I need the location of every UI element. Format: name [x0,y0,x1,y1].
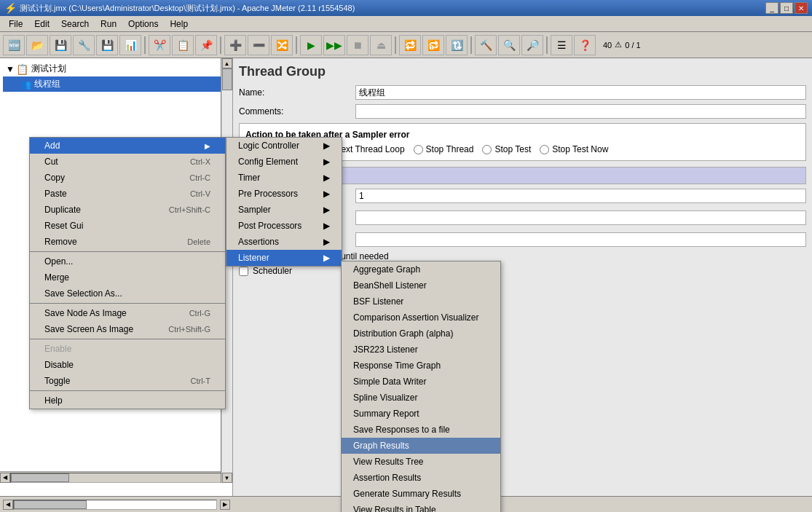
open-btn[interactable]: 📂 [26,35,48,55]
vscroll-thumb[interactable] [222,68,232,90]
ctx-help[interactable]: Help [30,393,225,409]
menu-search[interactable]: Search [55,17,95,31]
menu-options[interactable]: Options [122,17,164,31]
ctx-cut[interactable]: Cut Ctrl-X [30,154,225,170]
hscroll-thumb[interactable] [11,473,69,482]
menu-run[interactable]: Run [95,17,122,31]
ctx-save-node-image-label: Save Node As Image [44,308,127,318]
collapse-btn[interactable]: ➖ [248,35,269,55]
copy-btn[interactable]: 📋 [172,35,194,55]
listener-save-responses[interactable]: Save Responses to a file [342,422,500,438]
action-stop-test-now[interactable]: Stop Test Now [540,144,608,154]
ctx-save-screen-image[interactable]: Save Screen As Image Ctrl+Shift-G [30,321,225,337]
ctx-duplicate-shortcut: Ctrl+Shift-C [169,205,210,214]
status-scroll-left[interactable]: ◀ [3,500,13,510]
ctx-save-node-image[interactable]: Save Node As Image Ctrl-G [30,305,225,321]
scroll-left-btn[interactable]: ◀ [0,473,10,483]
status-scroll-thumb[interactable] [14,500,87,509]
sub-listener-arrow: ▶ [323,253,330,263]
listener-view-results-tree[interactable]: View Results Tree [342,454,500,470]
listener-view-results-table[interactable]: View Results in Table [342,502,500,512]
ctx-reset-gui[interactable]: Reset Gui [30,218,225,234]
list-btn[interactable]: ☰ [551,35,572,55]
listener-simple-data-writer[interactable]: Simple Data Writer [342,374,500,390]
run-single-btn[interactable]: 🔂 [422,35,444,55]
close-btn[interactable]: ✕ [795,2,808,14]
sub-config-element[interactable]: Config Element ▶ [226,154,342,170]
save2-btn[interactable]: 💾 [96,35,118,55]
ctx-open[interactable]: Open... [30,253,225,269]
func-btn[interactable]: 🔨 [475,35,497,55]
sep3 [296,36,297,54]
ctx-merge-label: Merge [44,272,69,283]
menu-file[interactable]: File [3,17,28,31]
ctx-reset-gui-label: Reset Gui [44,221,83,231]
tree-node-thread[interactable]: 👥 线程组 [3,76,229,92]
sub-logic-controller[interactable]: Logic Controller ▶ [226,138,342,154]
sub-sampler[interactable]: Sampler ▶ [226,202,342,218]
start-btn[interactable]: ▶ [300,35,322,55]
stop-btn[interactable]: ⏹ [347,35,368,55]
ctx-disable[interactable]: Disable [30,357,225,373]
shutdown-btn[interactable]: ⏏ [370,35,392,55]
comments-input[interactable] [355,104,806,119]
clear-btn[interactable]: 🔃 [446,35,468,55]
report-btn[interactable]: 📊 [119,35,141,55]
menu-help[interactable]: Help [164,17,194,31]
listener-generate-summary[interactable]: Generate Summary Results [342,486,500,502]
listener-comparison[interactable]: Comparison Assertion Visualizer [342,310,500,326]
toggle-btn[interactable]: 🔀 [271,35,293,55]
loop-count-input[interactable] [355,232,806,247]
sub-assertions[interactable]: Assertions ▶ [226,234,342,250]
listener-graph-results[interactable]: Graph Results [342,438,500,454]
action-stop-thread[interactable]: Stop Thread [414,144,474,154]
status-scroll-right[interactable]: ▶ [220,500,230,510]
listener-response-time[interactable]: Response Time Graph [342,358,500,374]
run-btn[interactable]: 🔁 [399,35,421,55]
ctx-merge[interactable]: Merge [30,269,225,285]
ctx-toggle[interactable]: Toggle Ctrl-T [30,373,225,389]
vscroll-up-btn[interactable]: ▲ [222,58,232,68]
listener-assertion-results[interactable]: Assertion Results [342,470,500,486]
sub-post-processors[interactable]: Post Processors ▶ [226,218,342,234]
listener-distribution-graph[interactable]: Distribution Graph (alpha) [342,326,500,342]
scheduler-checkbox[interactable] [239,267,248,276]
action-stop-test[interactable]: Stop Test [482,144,531,154]
search-btn[interactable]: 🔍 [498,35,520,55]
listener-bsf[interactable]: BSF Listener [342,294,500,310]
vscroll-down-btn[interactable]: ▼ [222,473,232,483]
ctx-add[interactable]: Add ▶ [30,138,225,154]
ctx-copy[interactable]: Copy Ctrl-C [30,170,225,186]
minimize-btn[interactable]: _ [765,2,779,14]
listener-aggregate-graph[interactable]: Aggregate Graph [342,261,500,277]
status-scroll-track[interactable] [13,500,217,510]
ramp-up-input[interactable] [355,210,806,225]
maximize-btn[interactable]: □ [780,2,793,14]
start-no-pause-btn[interactable]: ▶▶ [323,35,345,55]
clear-search-btn[interactable]: 🔎 [521,35,543,55]
sub-timer[interactable]: Timer ▶ [226,170,342,186]
ctx-save-selection[interactable]: Save Selection As... [30,285,225,302]
paste-btn[interactable]: 📌 [195,35,217,55]
tree-node-root[interactable]: ▼ 📋 测试计划 [3,61,229,76]
help-btn[interactable]: ❓ [574,35,596,55]
expand-btn[interactable]: ➕ [224,35,246,55]
templates-btn[interactable]: 🔧 [73,35,95,55]
listener-summary-report[interactable]: Summary Report [342,406,500,422]
sub-pre-processors[interactable]: Pre Processors ▶ [226,186,342,202]
threads-input[interactable] [355,189,806,203]
listener-spline[interactable]: Spline Visualizer [342,390,500,406]
window-controls[interactable]: _ □ ✕ [765,2,808,14]
ctx-paste[interactable]: Paste Ctrl-V [30,186,225,202]
name-input[interactable] [355,85,806,100]
cut-btn[interactable]: ✂️ [149,35,170,55]
save-btn[interactable]: 💾 [50,35,71,55]
ctx-remove[interactable]: Remove Delete [30,234,225,250]
listener-jsr223[interactable]: JSR223 Listener [342,342,500,358]
sub-listener[interactable]: Listener ▶ [226,250,342,266]
listener-beanshell[interactable]: BeanShell Listener [342,277,500,294]
ctx-duplicate[interactable]: Duplicate Ctrl+Shift-C [30,202,225,218]
tree-node-thread-label: 线程组 [34,78,60,90]
menu-edit[interactable]: Edit [28,17,55,31]
new-btn[interactable]: 🆕 [3,35,25,55]
